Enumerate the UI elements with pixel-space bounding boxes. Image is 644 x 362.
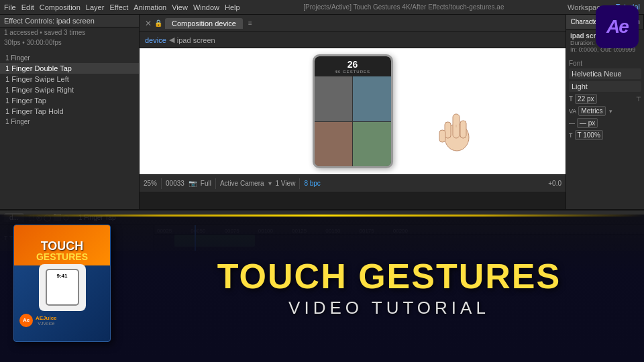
font-name[interactable]: Helvetica Neue [569, 68, 641, 79]
top-menubar: File Edit Composition Layer Effect Anima… [0, 0, 644, 15]
font-size-value[interactable]: 22 px [575, 94, 596, 104]
menu-layer[interactable]: Layer [86, 3, 105, 11]
leading-icon: ⊤ [636, 96, 641, 103]
view-count[interactable]: 1 View [276, 180, 296, 187]
frame-number: 00033 [166, 180, 184, 187]
scale-row: T T 100% [569, 130, 641, 140]
aejuice-logo-text: Ae [23, 317, 30, 323]
view-arrow: ▾ [268, 180, 272, 187]
ipad-cell-2 [353, 76, 391, 121]
offset-value: +0.0 [548, 180, 561, 187]
box-ipad-time: 9:41 [56, 273, 67, 279]
layer-item-double-tap[interactable]: 1 Finger Double Tap [0, 63, 139, 74]
ipad-mockup: 26 4K GESTURES [313, 54, 393, 168]
bottom-overlay: TOUCH GESTURES 9:41 Ae AEJuice VJVoice [0, 215, 644, 362]
box-title-gestures: GESTURES [19, 252, 105, 261]
kerning-arrow: ▾ [609, 108, 612, 115]
character-panel-content: Font Helvetica Neue Light T 22 px ⊤ VA M… [566, 56, 644, 145]
product-box: TOUCH GESTURES 9:41 Ae AEJuice VJVoice [13, 225, 134, 352]
main-title: TOUCH GESTURES [217, 259, 561, 294]
ae-logo: Ae [596, 5, 639, 48]
svg-rect-4 [439, 130, 445, 142]
menu-window[interactable]: Window [193, 3, 219, 11]
ipad-gesture-count: 26 [316, 59, 390, 70]
kerning-row: VA Metrics ▾ [569, 106, 641, 116]
menu-file[interactable]: File [4, 3, 16, 11]
vjvoice-brand: VJVoice [36, 321, 57, 326]
ipad-gallery [315, 76, 391, 166]
box-main: TOUCH GESTURES 9:41 Ae AEJuice VJVoice [13, 225, 111, 342]
toolbar-sep-1 [161, 178, 162, 189]
menu-composition[interactable]: Composition [40, 3, 80, 11]
layer-item-tap[interactable]: 1 Finger Tap [0, 95, 139, 106]
left-panel-sub: 1 accessed • saved 3 times [0, 27, 139, 38]
ipad-header: 26 4K GESTURES [315, 56, 391, 76]
main-title-area: TOUCH GESTURES VIDEO TUTORIAL [134, 259, 644, 318]
aejuice-logo-icon: Ae [19, 314, 33, 327]
hand-pointer [438, 101, 478, 154]
comp-toolbar: 25% 00033 📷 Full Active Camera ▾ 1 View … [140, 174, 566, 192]
left-panel-header: Effect Controls: ipad screen [0, 15, 139, 27]
svg-rect-2 [460, 121, 466, 138]
comp-panel: ✕ 🔒 Composition device ≡ device ◀ ipad s… [140, 15, 566, 209]
font-size-row: T 22 px ⊤ [569, 94, 641, 104]
zoom-level[interactable]: 25% [144, 180, 157, 187]
toolbar-sep-3 [299, 178, 300, 189]
breadcrumb-arrow: ◀ [169, 36, 174, 44]
layer-item-1finger[interactable]: 1 Finger [0, 53, 139, 63]
font-label: Font [569, 58, 641, 68]
menu-effect[interactable]: Effect [109, 3, 128, 11]
box-logo-area: Ae AEJuice VJVoice [19, 314, 105, 327]
layer-item-swipe-left[interactable]: 1 Finger Swipe Left [0, 74, 139, 84]
ipad-cell-1 [315, 76, 353, 121]
ipad-gesture-label: 4K GESTURES [316, 70, 390, 74]
box-content: TOUCH GESTURES 9:41 Ae AEJuice VJVoice [14, 240, 110, 327]
tracking-icon: — [569, 120, 575, 127]
view-mode[interactable]: Active Camera [220, 180, 264, 187]
menu-animation[interactable]: Animation [133, 3, 166, 11]
comp-tab-device[interactable]: Composition device [165, 18, 243, 29]
ipad-cell-3 [315, 122, 353, 167]
bpc-label: 8 bpc [304, 180, 320, 187]
breadcrumb-root[interactable]: device [145, 36, 166, 44]
box-ipad-image: 9:41 [39, 264, 86, 311]
ae-logo-text: Ae [606, 16, 628, 38]
kerning-label-icon: VA [569, 108, 576, 115]
layer-item-tap-hold[interactable]: 1 Finger Tap Hold [0, 106, 139, 117]
breadcrumb-child[interactable]: ipad screen [177, 36, 215, 44]
box-ipad-screen: 9:41 [46, 269, 79, 306]
path-bar: [Projects/Active] Touch Gestures 4K/Afte… [246, 3, 562, 11]
left-panel-sub2: 30fps • 30:00:00fps [0, 38, 139, 48]
comp-breadcrumb: device ◀ ipad screen [140, 32, 566, 48]
kerning-value[interactable]: Metrics [578, 106, 605, 116]
scale-value[interactable]: T 100% [575, 130, 603, 140]
layer-item-1finger2[interactable]: 1 Finger [0, 117, 139, 127]
tracking-row: — — px [569, 118, 641, 128]
font-size-icon: T [569, 95, 573, 103]
gold-accent-line [0, 215, 644, 217]
box-title-touch: TOUCH [19, 240, 105, 252]
menu-help[interactable]: Help [225, 3, 240, 11]
aejuice-brand: AEJuice [36, 315, 57, 321]
scale-icon: T [569, 132, 573, 139]
menu-edit[interactable]: Edit [21, 3, 34, 11]
comp-tab-bar: ✕ 🔒 Composition device ≡ [140, 15, 566, 32]
font-style[interactable]: Light [569, 81, 641, 92]
comp-viewport: 26 4K GESTURES [140, 48, 566, 174]
toolbar-sep-2 [215, 178, 216, 189]
left-panel: Effect Controls: ipad screen 1 accessed … [0, 15, 140, 209]
quality-select[interactable]: Full [201, 180, 211, 187]
layer-item-swipe-right[interactable]: 1 Finger Swipe Right [0, 84, 139, 95]
ipad-cell-4 [353, 122, 391, 167]
main-subtitle: VIDEO TUTORIAL [288, 298, 490, 318]
camera-icon: 📷 [189, 180, 197, 187]
menu-view[interactable]: View [172, 3, 188, 11]
tracking-value[interactable]: — px [577, 118, 598, 128]
ipad-screen: 26 4K GESTURES [315, 56, 391, 166]
